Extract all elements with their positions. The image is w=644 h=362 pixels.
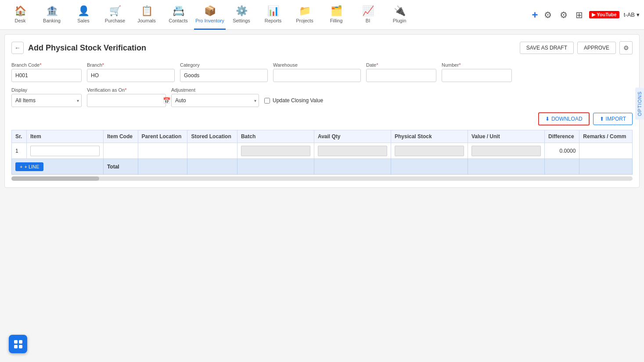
col-header-remarks: Remarks / Comm: [579, 130, 633, 143]
col-header-parent_location: Parent Location: [138, 130, 187, 143]
cell-input-item[interactable]: [30, 146, 100, 156]
plus-icon: +: [20, 164, 22, 169]
display-label: Display: [11, 87, 82, 93]
nav-label-projects: Projects: [296, 18, 313, 23]
nav-icon-reports: 📊: [267, 5, 279, 17]
number-input[interactable]: [442, 69, 512, 82]
cell-input-avail_qty[interactable]: [318, 146, 387, 156]
warehouse-input[interactable]: [273, 69, 361, 82]
nav-item-desk[interactable]: 🏠Desk: [4, 0, 36, 30]
nav-icon-plugin: 🔌: [394, 5, 406, 17]
approve-button[interactable]: APPROVE: [577, 42, 616, 54]
nav-icon-filling: 🗂️: [331, 5, 342, 17]
nav-item-purchase[interactable]: 🛒Purchase: [99, 0, 131, 30]
horizontal-scrollbar[interactable]: [11, 176, 633, 181]
nav-label-desk: Desk: [14, 18, 25, 23]
nav-item-sales[interactable]: 👤Sales: [68, 0, 99, 30]
col-header-batch: Batch: [237, 130, 314, 143]
nav-label-journals: Journals: [137, 18, 156, 23]
adjustment-label: Adjustment: [171, 87, 259, 93]
nav-label-sales: Sales: [77, 18, 90, 23]
cell-avail_qty: [314, 143, 391, 159]
import-icon: ⬆: [600, 116, 604, 122]
scrollbar-thumb[interactable]: [11, 176, 99, 181]
warehouse-label: Warehouse: [273, 62, 361, 68]
cell-value_unit: [468, 143, 544, 159]
col-header-sr: Sr.: [12, 130, 27, 143]
verification-group: Verification as On* 📅: [87, 87, 166, 107]
form-row-1: Branch Code* Branch* Category Warehouse …: [11, 62, 633, 82]
branch-code-label: Branch Code*: [11, 62, 82, 68]
adjustment-select[interactable]: Auto Manual: [171, 94, 259, 107]
nav-icon-projects: 📁: [299, 5, 311, 17]
add-line-button[interactable]: + + LINE: [15, 162, 43, 171]
download-button[interactable]: ⬇ DOWNLOAD: [538, 112, 590, 125]
nav-item-banking[interactable]: 🏦Banking: [36, 0, 68, 30]
cell-sr: 1: [12, 143, 27, 159]
nav-label-reports: Reports: [265, 18, 282, 23]
cell-item: [26, 143, 103, 159]
nav-icon-banking: 🏦: [46, 5, 58, 17]
nav-label-settings: Settings: [233, 18, 250, 23]
cell-input-value_unit[interactable]: [471, 146, 541, 156]
date-input[interactable]: [367, 70, 439, 81]
top-navigation: 🏠Desk🏦Banking👤Sales🛒Purchase📋Journals📇Co…: [0, 0, 644, 30]
nav-icon-sales: 👤: [78, 5, 90, 17]
nav-sync-icon[interactable]: ⚙: [542, 8, 554, 22]
nav-settings-icon[interactable]: ⚙: [558, 8, 569, 22]
category-label: Category: [180, 62, 268, 68]
cell-input-batch[interactable]: [241, 146, 310, 156]
user-menu[interactable]: t-AB ▾: [624, 11, 640, 18]
nav-item-pro-inventory[interactable]: 📦Pro Inventory: [194, 0, 226, 30]
form-row-2: Display All Items Selected Items ▾ Verif…: [11, 87, 633, 107]
page-title: Add Physical Stock Verification: [28, 43, 520, 53]
main-content: ← Add Physical Stock Verification SAVE A…: [4, 34, 640, 188]
nav-label-filling: Filling: [330, 18, 343, 23]
update-closing-group: Update Closing Value: [264, 94, 323, 107]
nav-item-contacts[interactable]: 📇Contacts: [162, 0, 194, 30]
nav-item-filling[interactable]: 🗂️Filling: [320, 0, 352, 30]
nav-item-projects[interactable]: 📁Projects: [289, 0, 320, 30]
col-header-item_code: Item Code: [103, 130, 138, 143]
save-draft-button[interactable]: SAVE AS DRAFT: [520, 42, 574, 54]
col-header-value_unit: Value / Unit: [468, 130, 544, 143]
user-chevron-icon: ▾: [637, 11, 640, 18]
nav-grid-icon[interactable]: ⊞: [574, 8, 585, 22]
branch-input[interactable]: [87, 69, 175, 82]
youtube-icon[interactable]: ▶ YouTube: [589, 11, 619, 18]
col-header-item: Item: [26, 130, 103, 143]
nav-plus-icon[interactable]: +: [532, 9, 538, 21]
cell-remarks: [579, 143, 633, 159]
nav-item-journals[interactable]: 📋Journals: [131, 0, 162, 30]
page-settings-button[interactable]: ⚙: [619, 41, 633, 54]
branch-label: Branch*: [87, 62, 175, 68]
update-closing-label[interactable]: Update Closing Value: [273, 97, 323, 104]
nav-label-purchase: Purchase: [105, 18, 125, 23]
update-closing-checkbox[interactable]: [264, 98, 270, 104]
cell-batch: [237, 143, 314, 159]
back-button[interactable]: ←: [11, 42, 24, 54]
cell-input-physical_stock[interactable]: [395, 146, 464, 156]
nav-icon-settings: ⚙️: [236, 5, 248, 17]
date-label: Date*: [366, 62, 436, 68]
branch-code-input[interactable]: [11, 69, 82, 82]
download-icon: ⬇: [545, 116, 550, 122]
verification-input[interactable]: [87, 95, 160, 106]
col-header-stored_location: Stored Location: [187, 130, 237, 143]
header-actions: SAVE AS DRAFT APPROVE ⚙: [520, 41, 633, 54]
adjustment-group: Adjustment Auto Manual ▾: [171, 87, 259, 107]
nav-item-plugin[interactable]: 🔌Plugin: [384, 0, 415, 30]
display-select[interactable]: All Items Selected Items: [11, 94, 82, 107]
nav-item-reports[interactable]: 📊Reports: [257, 0, 289, 30]
table-row: 10.0000: [12, 143, 633, 159]
import-button[interactable]: ⬆ IMPORT: [593, 113, 633, 125]
nav-item-settings[interactable]: ⚙️Settings: [226, 0, 257, 30]
category-input[interactable]: [180, 69, 268, 82]
verification-label: Verification as On*: [87, 87, 166, 93]
date-group: Date* 📅: [366, 62, 436, 82]
nav-icon-contacts: 📇: [173, 5, 184, 17]
nav-item-bi[interactable]: 📈BI: [352, 0, 384, 30]
nav-label-bi: BI: [366, 18, 370, 23]
options-sidebar[interactable]: OPTIONS: [635, 88, 644, 120]
cell-parent_location: [138, 143, 187, 159]
